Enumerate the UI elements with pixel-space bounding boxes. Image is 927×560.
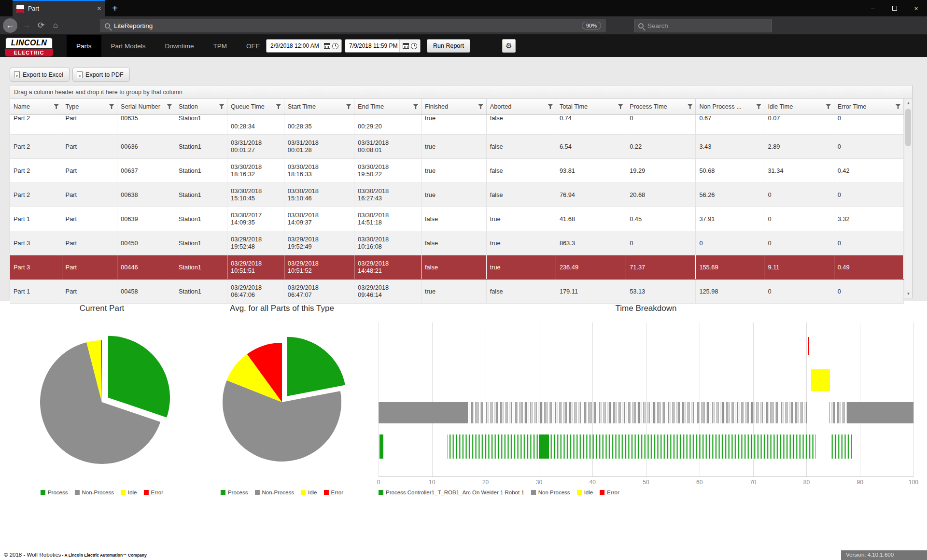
- legend-item[interactable]: Non-Process: [254, 490, 294, 495]
- legend-item[interactable]: Idle: [301, 490, 317, 495]
- clock-icon[interactable]: [332, 43, 338, 49]
- reload-button[interactable]: ⟳: [34, 20, 48, 30]
- column-header-queue-time[interactable]: Queue Time: [227, 99, 284, 114]
- legend-item[interactable]: Idle: [577, 490, 593, 495]
- column-header-type[interactable]: Type: [62, 99, 117, 114]
- filter-icon[interactable]: [346, 104, 351, 109]
- table-cell: 00458: [117, 279, 175, 303]
- table-row[interactable]: Part 3Part00446Station103/29/2018 10:51:…: [10, 255, 904, 279]
- table-cell: Part: [62, 158, 117, 182]
- column-header-station[interactable]: Station: [175, 99, 227, 114]
- column-header-serial-number[interactable]: Serial Number: [117, 99, 175, 114]
- filter-icon[interactable]: [548, 104, 553, 109]
- forward-button[interactable]: →: [19, 21, 34, 30]
- run-report-button[interactable]: Run Report: [427, 39, 470, 53]
- date-from-input[interactable]: 2/9/2018 12:00 AM: [266, 39, 342, 53]
- table-cell: 03/30/2018 18:16:32: [227, 158, 284, 182]
- filter-icon[interactable]: [756, 104, 761, 109]
- legend-item[interactable]: Process: [41, 490, 68, 495]
- table-cell: false: [486, 114, 556, 134]
- menu-item-tpm[interactable]: TPM: [204, 35, 237, 57]
- menu-item-part-models[interactable]: Part Models: [101, 35, 155, 57]
- column-header-non-process[interactable]: Non Process ...: [696, 99, 764, 114]
- legend-item[interactable]: Non Process: [531, 490, 570, 495]
- column-header-start-time[interactable]: Start Time: [284, 99, 354, 114]
- legend-item[interactable]: Error: [324, 490, 344, 495]
- filter-icon[interactable]: [413, 104, 418, 109]
- filter-icon[interactable]: [478, 104, 483, 109]
- restore-button[interactable]: [884, 5, 905, 12]
- column-header-end-time[interactable]: End Time: [354, 99, 421, 114]
- menu-item-downtime[interactable]: Downtime: [155, 35, 204, 57]
- column-header-name[interactable]: Name: [10, 99, 62, 114]
- scroll-down-icon[interactable]: ▼: [904, 290, 913, 298]
- table-row[interactable]: Part 1Part00458Station103/29/2018 06:47:…: [10, 279, 904, 303]
- table-row[interactable]: Part 2Part00638Station103/30/2018 15:10:…: [10, 182, 904, 207]
- filter-icon[interactable]: [276, 104, 281, 109]
- table-cell: 03/29/2018 06:47:06: [227, 279, 284, 303]
- export-to-excel-button[interactable]: x Export to Excel: [10, 68, 70, 82]
- legend-item[interactable]: Process Controller1_T_ROB1_Arc On Welder…: [379, 490, 524, 495]
- calendar-icon[interactable]: [403, 43, 409, 49]
- clock-icon[interactable]: [411, 43, 417, 49]
- column-label: Non Process ...: [699, 103, 741, 110]
- table-cell: Part 2: [10, 182, 62, 207]
- table-cell: 03/29/2018 10:51:51: [227, 255, 284, 279]
- pdf-file-icon: ≡: [77, 71, 83, 78]
- zoom-level-badge[interactable]: 90%: [582, 22, 601, 29]
- grid-body: Part 2Part00635Station100:28:3400:28:350…: [10, 114, 904, 303]
- legend-item[interactable]: Process: [221, 490, 248, 495]
- column-header-process-time[interactable]: Process Time: [626, 99, 696, 114]
- calendar-icon[interactable]: [324, 43, 330, 49]
- filter-icon[interactable]: [219, 104, 224, 109]
- column-label: Error Time: [838, 103, 867, 110]
- table-row[interactable]: Part 2Part00637Station103/30/2018 18:16:…: [10, 158, 904, 182]
- table-row[interactable]: Part 1Part00639Station103/30/2017 14:09:…: [10, 207, 904, 231]
- url-bar[interactable]: LiteReporting 90%: [100, 19, 606, 32]
- scroll-up-icon[interactable]: ▲: [904, 99, 913, 107]
- legend-item[interactable]: Idle: [121, 490, 137, 495]
- browser-tab-part[interactable]: Part ×: [13, 0, 105, 16]
- filter-icon[interactable]: [167, 104, 172, 109]
- search-input[interactable]: Search: [634, 19, 772, 32]
- filter-icon[interactable]: [688, 104, 692, 109]
- vertical-scrollbar[interactable]: ▲ ▼: [904, 99, 912, 298]
- column-header-finished[interactable]: Finished: [421, 99, 486, 114]
- minimize-button[interactable]: –: [862, 5, 884, 12]
- table-row[interactable]: Part 3Part00450Station103/29/2018 19:52:…: [10, 231, 904, 255]
- table-cell: 56.26: [696, 182, 764, 207]
- new-tab-button[interactable]: +: [112, 2, 118, 14]
- export-toolbar: x Export to Excel ≡ Export to PDF: [10, 68, 130, 82]
- column-header-idle-time[interactable]: Idle Time: [764, 99, 834, 114]
- date-to-input[interactable]: 7/9/2018 11:59 PM: [345, 39, 421, 53]
- column-header-error-time[interactable]: Error Time: [834, 99, 903, 114]
- column-header-total-time[interactable]: Total Time: [556, 99, 626, 114]
- tab-close-icon[interactable]: ×: [97, 5, 101, 13]
- table-cell: Station1: [175, 114, 227, 134]
- filter-icon[interactable]: [54, 104, 59, 109]
- table-cell: 31.34: [764, 158, 834, 182]
- scrollbar-thumb[interactable]: [905, 109, 911, 146]
- export-to-pdf-button[interactable]: ≡ Export to PDF: [72, 68, 130, 82]
- filter-icon[interactable]: [109, 104, 114, 109]
- table-cell: 03/30/2018 16:27:43: [354, 182, 421, 207]
- legend-swatch: [74, 490, 79, 495]
- legend-item[interactable]: Error: [600, 490, 619, 495]
- filter-icon[interactable]: [896, 104, 900, 109]
- group-by-drop-zone[interactable]: Drag a column header and drop it here to…: [10, 85, 912, 99]
- legend-item[interactable]: Non-Process: [74, 490, 113, 495]
- back-button[interactable]: ←: [3, 18, 17, 33]
- home-button[interactable]: ⌂: [48, 21, 63, 30]
- table-row[interactable]: Part 2Part00635Station100:28:3400:28:350…: [10, 114, 904, 134]
- filter-icon[interactable]: [826, 104, 831, 109]
- table-cell: 03/29/2018 19:52:49: [284, 231, 354, 255]
- table-row[interactable]: Part 2Part00636Station103/31/2018 00:01:…: [10, 134, 904, 158]
- close-button[interactable]: ×: [905, 5, 927, 12]
- menu-item-oee[interactable]: OEE: [237, 35, 270, 57]
- settings-gear-button[interactable]: ⚙: [502, 39, 516, 53]
- page-footer: © 2018 - Wolf Robotics - A Lincoln Elect…: [0, 550, 927, 560]
- column-header-aborted[interactable]: Aborted: [486, 99, 556, 114]
- filter-icon[interactable]: [618, 104, 623, 109]
- legend-item[interactable]: Error: [144, 490, 164, 495]
- menu-item-parts[interactable]: Parts: [67, 35, 101, 57]
